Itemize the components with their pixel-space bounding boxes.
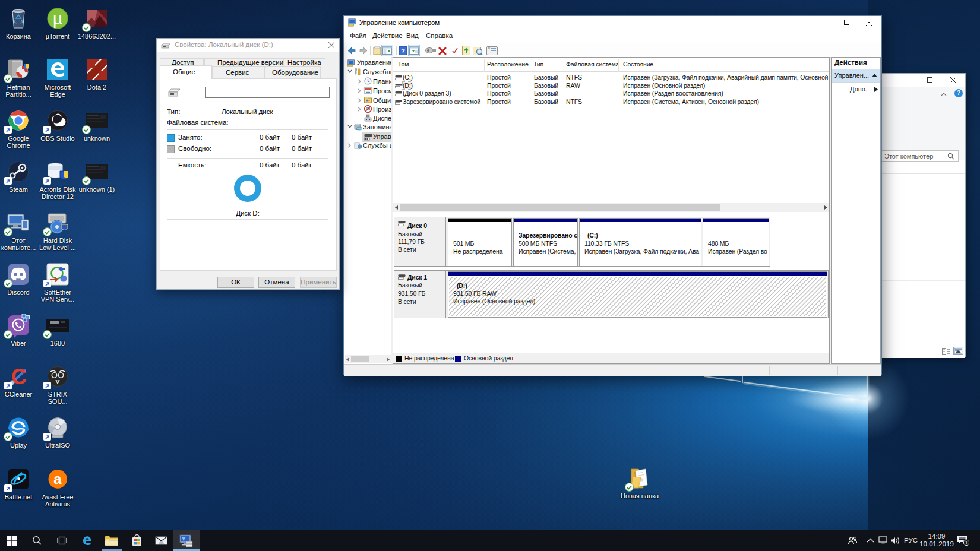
svg-text:C: C [11,365,27,389]
svg-text:1: 1 [965,540,968,546]
svg-text:µ: µ [53,10,62,28]
svg-text:a: a [53,471,62,487]
svg-text:?: ? [401,48,405,55]
